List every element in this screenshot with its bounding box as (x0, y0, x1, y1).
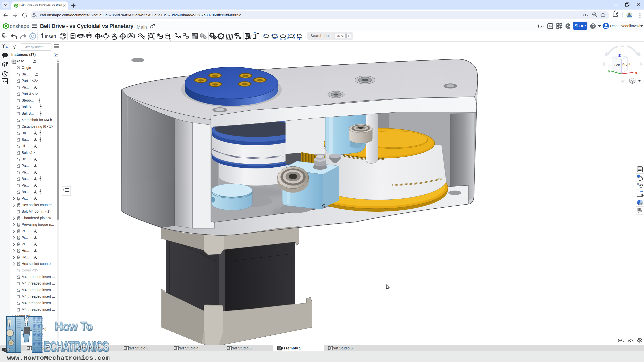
svg-text:Insert: Insert (45, 34, 56, 39)
svg-text:Z: Z (618, 53, 621, 58)
svg-text:How To: How To (55, 319, 93, 333)
svg-text:www.HowToMechatronics.com: www.HowToMechatronics.com (7, 355, 110, 361)
svg-text:Left: Left (614, 63, 620, 67)
svg-text:Y: Y (608, 69, 610, 74)
svg-text:onshape: onshape (10, 23, 29, 29)
svg-text:?: ? (7, 62, 8, 64)
svg-text:10101101: 10101101 (33, 351, 43, 353)
svg-text:ECHATRONICS: ECHATRONICS (44, 338, 109, 354)
svg-text:Front: Front (622, 62, 630, 67)
svg-text:X: X (635, 71, 637, 75)
